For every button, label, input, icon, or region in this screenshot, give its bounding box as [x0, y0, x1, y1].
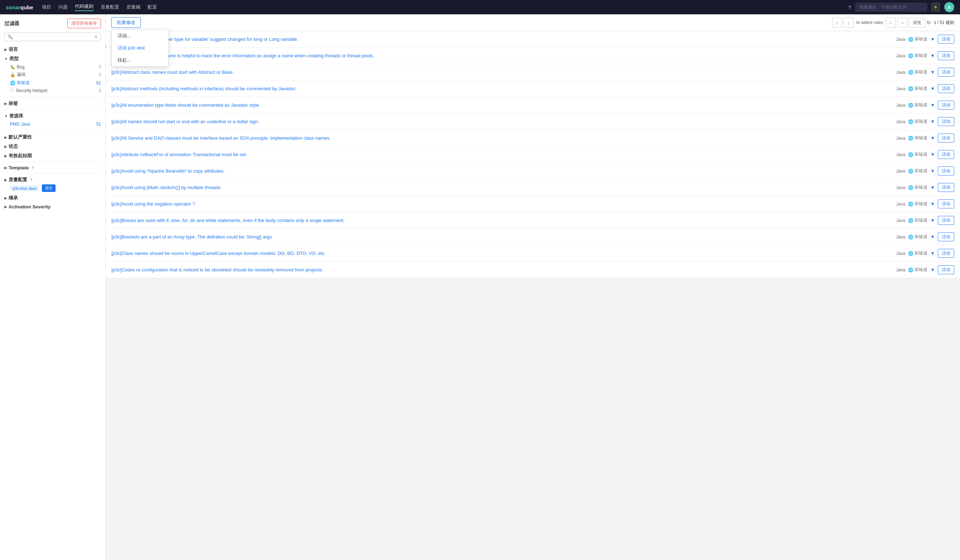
rule-filter-icon[interactable]: ▼	[930, 250, 935, 256]
nav-administration[interactable]: 配置	[147, 4, 157, 10]
default-severity-toggle[interactable]: ▶ 默认严重性	[4, 134, 101, 140]
divider-4	[4, 162, 101, 162]
rule-status-button[interactable]: 活动	[938, 232, 954, 241]
rule-status-button[interactable]: 活动	[938, 35, 954, 44]
rule-status-button[interactable]: 活动	[938, 199, 954, 208]
dropdown-activate-p3c[interactable]: 活动 p3c-test	[112, 42, 168, 54]
dropdown-suspend[interactable]: 挂起...	[112, 54, 168, 66]
rule-filter-icon[interactable]: ▼	[930, 37, 935, 42]
rule-link[interactable]: [p3c]A meaningful thread name is helpful…	[111, 53, 892, 58]
dropdown-activate[interactable]: 活动...	[112, 30, 168, 42]
rule-lang: Java	[896, 268, 905, 273]
rule-link[interactable]: [p3c]Braces are used with if, else, for,…	[111, 218, 892, 223]
rule-filter-icon[interactable]: ▼	[930, 168, 935, 174]
nav-quality-gates[interactable]: 质量阈	[126, 4, 141, 10]
refresh-icon[interactable]: ↻	[927, 20, 931, 26]
rule-link[interactable]: [p3c]All Service and DAO classes must be…	[111, 136, 892, 141]
rule-status-button[interactable]: 活动	[938, 117, 954, 126]
rule-link[interactable]: [p3c]Avoid using [Math.random()] by mult…	[111, 185, 892, 190]
type-hotspot-item[interactable]: 🛡Security Hotspot 0	[4, 87, 101, 94]
quality-config-row: ▶ 质量配置 ?	[4, 177, 101, 183]
rule-filter-icon[interactable]: ▼	[930, 201, 935, 207]
rule-link[interactable]: [p3c]'POJO must use wrapper type for var…	[111, 37, 892, 42]
status-label: 状态	[9, 143, 18, 150]
rule-search-input[interactable]: p3c	[14, 34, 94, 39]
quality-config-chip[interactable]: p3c-test Java	[10, 185, 39, 191]
template-filter-toggle[interactable]: ▶ Template ?	[4, 165, 101, 171]
nav-rules[interactable]: 代码规则	[75, 3, 93, 11]
rule-status-button[interactable]: 活动	[938, 265, 954, 274]
rule-filter-icon[interactable]: ▼	[930, 119, 935, 124]
rule-severity: 🌐 坏味道	[908, 102, 927, 108]
help-icon[interactable]: ?	[848, 4, 851, 10]
rule-status-button[interactable]: 活动	[938, 166, 954, 175]
rule-status-button[interactable]: 活动	[938, 150, 954, 159]
globe-small-icon: 🌐	[908, 70, 914, 75]
quality-config-clear-button[interactable]: 清空	[42, 184, 56, 192]
language-filter-toggle[interactable]: ▶ 语言	[4, 46, 101, 53]
rule-link[interactable]: [p3c]All names should not start or end w…	[111, 119, 892, 124]
tags-filter-toggle[interactable]: ▶ 标签	[4, 100, 101, 107]
rule-filter-icon[interactable]: ▼	[930, 152, 935, 157]
nav-quality-profiles[interactable]: 质量配置	[101, 4, 119, 10]
clear-all-button[interactable]: 清空所有条件	[67, 19, 101, 28]
rule-link[interactable]: [p3c]Codes or configuration that is noti…	[111, 267, 892, 273]
nav-left-button[interactable]: ←	[886, 18, 896, 27]
rule-filter-icon[interactable]: ▼	[930, 102, 935, 108]
nav-projects[interactable]: 项目	[42, 4, 51, 10]
type-filter-toggle[interactable]: ▼ 类型	[4, 56, 101, 62]
globe-icon: 🌐	[10, 81, 15, 86]
rule-severity: 🌐 坏味道	[908, 36, 927, 42]
rule-link[interactable]: [p3c]Brackets are a part of an Array typ…	[111, 234, 892, 239]
rule-filter-icon[interactable]: ▼	[930, 69, 935, 75]
rule-link[interactable]: [p3c]All enumeration type fields should …	[111, 102, 892, 108]
type-smell-item[interactable]: 🌐坏味道 51	[4, 79, 101, 87]
rule-status-button[interactable]: 活动	[938, 84, 954, 93]
rule-status-button[interactable]: 活动	[938, 134, 954, 142]
rule-row: [p3c]Class names should be nouns in Uppe…	[106, 245, 960, 262]
nav-up-button[interactable]: ↑	[832, 18, 842, 27]
nav-down-button[interactable]: ↓	[843, 18, 854, 27]
search-clear-icon[interactable]: ✕	[94, 34, 98, 39]
rule-link[interactable]: [p3c]Avoid using *Apache Beanutils* to c…	[111, 168, 892, 174]
nav-right-button[interactable]: →	[897, 18, 907, 27]
bug-icon: 🐛	[10, 64, 15, 69]
rule-link[interactable]: [p3c]Abstract methods (including methods…	[111, 86, 892, 91]
user-avatar[interactable]: A	[944, 2, 954, 12]
inheritance-toggle[interactable]: ▶ 继承	[4, 195, 101, 201]
rule-status-button[interactable]: 活动	[938, 51, 954, 60]
valid-since-toggle[interactable]: ▶ 有效起始期	[4, 153, 101, 159]
rule-link[interactable]: [p3c]Attribute rollbackFor of annotation…	[111, 152, 892, 157]
rule-filter-icon[interactable]: ▼	[930, 136, 935, 141]
rule-status-button[interactable]: 活动	[938, 101, 954, 110]
rule-status-button[interactable]: 活动	[938, 249, 954, 258]
rule-filter-icon[interactable]: ▼	[930, 86, 935, 91]
add-button[interactable]: +	[931, 3, 940, 11]
rule-filter-icon[interactable]: ▼	[930, 218, 935, 223]
rule-status-button[interactable]: 活动	[938, 216, 954, 225]
repo-pmd-label: PMD Java	[10, 122, 30, 127]
rule-link[interactable]: [p3c]Avoid using the negation operator '…	[111, 201, 892, 207]
quality-config-toggle[interactable]: ▶ 质量配置 ?	[4, 177, 33, 183]
rule-severity: 🌐 坏味道	[908, 69, 927, 75]
rule-row: [p3c]All Service and DAO classes must be…	[106, 130, 960, 147]
rule-status-button[interactable]: 活动	[938, 68, 954, 77]
nav-issues[interactable]: 问题	[58, 4, 68, 10]
rule-filter-icon[interactable]: ▼	[930, 185, 935, 190]
rule-status-button[interactable]: 活动	[938, 183, 954, 192]
rule-link[interactable]: [p3c]Class names should be nouns in Uppe…	[111, 250, 892, 256]
type-vulnerability-item[interactable]: 🔒漏洞 0	[4, 70, 101, 79]
global-search-input[interactable]	[855, 3, 927, 11]
bulk-edit-button[interactable]: 批量修改	[111, 17, 141, 28]
rule-filter-icon[interactable]: ▼	[930, 53, 935, 58]
activation-severity-toggle[interactable]: ▶ Activation Severity	[4, 204, 101, 209]
rule-row: [p3c]A meaningful thread name is helpful…	[106, 48, 960, 64]
repository-filter-toggle[interactable]: ▼ 资源库	[4, 113, 101, 119]
rule-filter-icon[interactable]: ▼	[930, 267, 935, 273]
repo-pmd-java-item[interactable]: PMD Java 51	[4, 121, 101, 128]
rule-link[interactable]: [p3c]Abstract class names must start wit…	[111, 69, 892, 75]
browse-button[interactable]: 浏览	[909, 18, 925, 27]
type-bug-item[interactable]: 🐛Bug 0	[4, 63, 101, 70]
status-filter-toggle[interactable]: ▶ 状态	[4, 143, 101, 150]
rule-filter-icon[interactable]: ▼	[930, 234, 935, 239]
